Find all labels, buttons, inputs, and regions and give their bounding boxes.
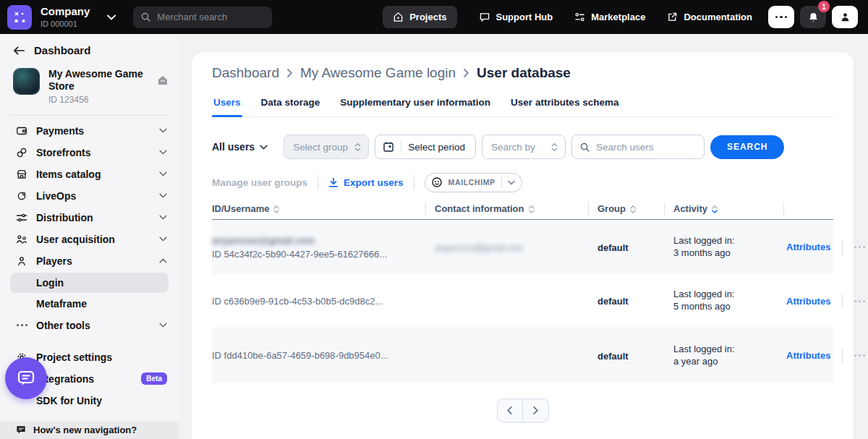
project-switcher[interactable]: My Awesome Game Store ID 123456 xyxy=(0,56,179,105)
row-menu-button[interactable] xyxy=(854,300,865,302)
column-header-contact-information[interactable]: Contact information xyxy=(425,198,588,219)
sort-icon[interactable] xyxy=(273,205,279,213)
user-id: ID fdd410be-6a57-4659-b698-9db954e0... xyxy=(212,350,425,361)
table-row[interactable]: anyarosso@gmail.com ID 54c34f2c-5b90-442… xyxy=(212,220,833,274)
filter-bar: All users Select group Select period Sea… xyxy=(212,135,833,159)
tab-user-attributes-schema[interactable]: User attributes schema xyxy=(509,93,620,116)
nav-documentation[interactable]: Documentation xyxy=(667,12,752,22)
ellipsis-icon xyxy=(16,324,27,326)
chevron-left-icon xyxy=(506,406,513,415)
chevron-down-icon[interactable] xyxy=(107,14,116,20)
whats-new-navigation[interactable]: How's new navigation? xyxy=(0,421,179,439)
column-label: ID/Username xyxy=(212,203,269,214)
sidebar-item-label: User acquisition xyxy=(36,234,150,245)
manage-user-groups-button[interactable]: Manage user groups xyxy=(212,177,307,188)
main-area: Dashboard My Awesome Game login User dat… xyxy=(179,34,868,439)
back-arrow-icon xyxy=(13,46,25,56)
chevron-up-icon xyxy=(159,258,167,263)
tab-users[interactable]: Users xyxy=(212,93,242,116)
search-users-field[interactable] xyxy=(571,135,705,159)
nav-support-hub[interactable]: Support Hub xyxy=(479,12,553,22)
back-to-dashboard[interactable]: Dashboard xyxy=(0,34,179,56)
sort-icon-active[interactable] xyxy=(712,205,718,213)
breadcrumb-login-project[interactable]: My Awesome Game login xyxy=(300,65,456,81)
search-by-placeholder: Search by xyxy=(491,142,535,153)
period-divider xyxy=(401,140,401,153)
sort-icon[interactable] xyxy=(630,205,636,213)
column-header-group[interactable]: Group xyxy=(588,198,664,219)
tab-supplementary-user-information[interactable]: Supplementary user information xyxy=(339,93,492,116)
sidebar-subitem-metaframe[interactable]: Metaframe xyxy=(10,294,169,314)
breadcrumb-current: User database xyxy=(477,65,571,81)
sort-icon[interactable] xyxy=(529,205,535,213)
cell-id-username: ID fdd410be-6a57-4659-b698-9db954e0... xyxy=(212,350,425,361)
sidebar-item-user-acquisition[interactable]: User acquisition xyxy=(0,229,179,250)
column-header-activity[interactable]: Activity xyxy=(664,198,783,219)
search-button[interactable]: SEARCH xyxy=(710,135,784,159)
export-users-label: Export users xyxy=(344,177,404,188)
notifications-button[interactable]: 1 xyxy=(800,6,826,28)
tab-data-storage[interactable]: Data storage xyxy=(260,93,322,116)
cell-id-username: anyarosso@gmail.com ID 54c34f2c-5b90-442… xyxy=(212,235,425,260)
sidebar-item-label: Players xyxy=(36,255,150,267)
company-logo[interactable] xyxy=(7,5,32,30)
nav-projects[interactable]: Projects xyxy=(383,6,456,28)
select-period-button[interactable]: Select period xyxy=(375,135,476,159)
nav-documentation-label: Documentation xyxy=(684,12,752,22)
users-icon xyxy=(16,234,27,245)
chevron-down-icon xyxy=(159,215,167,220)
breadcrumb-dashboard[interactable]: Dashboard xyxy=(212,65,279,81)
beta-badge: Beta xyxy=(141,372,167,385)
more-button[interactable] xyxy=(768,6,794,28)
notification-badge: 1 xyxy=(818,1,830,12)
search-by-dropdown[interactable]: Search by xyxy=(482,135,566,159)
chat-widget-button[interactable] xyxy=(5,357,47,399)
attributes-link[interactable]: Attributes xyxy=(786,350,830,361)
profile-button[interactable] xyxy=(832,6,858,28)
sidebar-item-liveops[interactable]: LiveOps xyxy=(0,185,179,207)
chevron-down-icon xyxy=(159,150,167,155)
row-menu-button[interactable] xyxy=(854,354,865,357)
sidebar-item-players[interactable]: Players xyxy=(0,250,179,272)
sidebar-item-label: Integrations xyxy=(36,373,132,385)
breadcrumb-separator-icon xyxy=(463,68,469,78)
top-bar: Company ID 000001 Projects Support Hub M… xyxy=(0,0,868,34)
nav-support-hub-label: Support Hub xyxy=(496,12,553,22)
chevron-down-icon xyxy=(159,323,167,328)
table-row[interactable]: ID fdd410be-6a57-4659-b698-9db954e0... d… xyxy=(212,328,833,383)
select-group-dropdown[interactable]: Select group xyxy=(284,135,369,159)
all-users-dropdown[interactable]: All users xyxy=(212,141,268,153)
search-users-input[interactable] xyxy=(596,142,694,153)
row-menu-button[interactable] xyxy=(854,246,865,248)
sidebar-item-storefronts[interactable]: Storefronts xyxy=(0,142,179,163)
column-header-id-username[interactable]: ID/Username xyxy=(212,198,425,219)
column-label: Activity xyxy=(673,203,707,214)
sidebar-item-distribution[interactable]: Distribution xyxy=(0,207,179,229)
nav-marketplace[interactable]: Marketplace xyxy=(574,12,645,22)
merchant-search[interactable] xyxy=(133,7,272,28)
table-row[interactable]: ID c636b9e9-91cb-4c53-b0b5-dc9d8c2... de… xyxy=(212,274,833,328)
next-page-button[interactable] xyxy=(523,399,548,422)
export-users-button[interactable]: Export users xyxy=(328,177,404,188)
actions-divider xyxy=(414,175,414,189)
chevron-down-icon xyxy=(159,236,167,242)
chat-flag-icon xyxy=(16,425,26,435)
company-switcher[interactable]: Company ID 000001 xyxy=(41,6,90,28)
attributes-link[interactable]: Attributes xyxy=(786,242,830,252)
project-home-icon[interactable] xyxy=(157,75,169,85)
all-users-label: All users xyxy=(212,141,255,153)
sidebar-subitem-login[interactable]: Login xyxy=(10,273,169,293)
select-period-label: Select period xyxy=(408,142,465,153)
company-id: ID 000001 xyxy=(41,20,90,28)
mailchimp-button[interactable]: MAILCHIMP xyxy=(425,173,522,192)
sidebar-item-other-tools[interactable]: Other tools xyxy=(0,315,179,336)
attributes-link[interactable]: Attributes xyxy=(786,296,830,307)
sidebar-item-items-catalog[interactable]: Items catalog xyxy=(0,163,179,185)
sidebar-item-label: SDK for Unity xyxy=(36,395,167,406)
merchant-search-input[interactable] xyxy=(157,12,258,22)
table-actions: Manage user groups Export users MAILCHIM… xyxy=(212,172,833,192)
chevron-down-icon xyxy=(159,171,167,176)
sidebar-item-payments[interactable]: Payments xyxy=(0,120,179,142)
home-icon xyxy=(393,12,404,22)
previous-page-button[interactable] xyxy=(498,399,523,422)
